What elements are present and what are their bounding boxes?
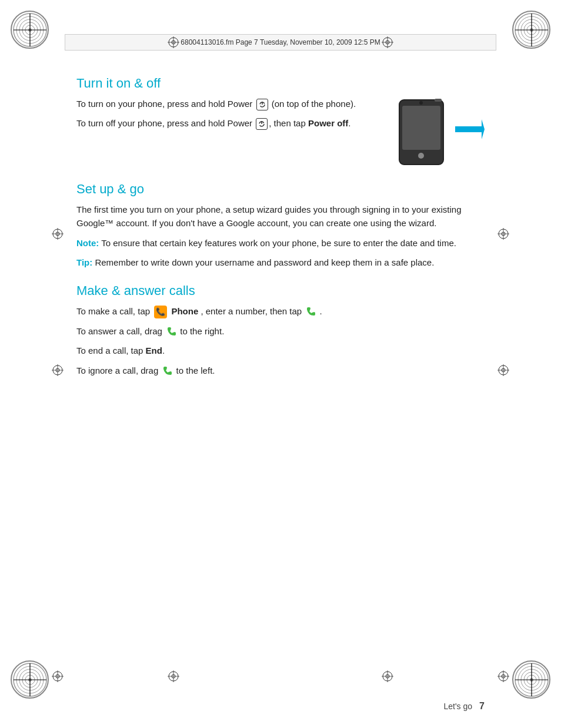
reg-mark-header-left [168,36,179,48]
calls-para2: To answer a call, drag to the right. [76,324,485,338]
phone-image [390,97,485,167]
reg-mark-bottom-right [497,670,509,682]
page-number: 7 [479,701,485,712]
reg-mark-left-lower [52,364,64,376]
calls-para1: To make a call, tap 📞 Phone , enter a nu… [76,304,485,318]
fingerprint-top-right [512,11,550,49]
svg-point-78 [418,153,424,159]
svg-marker-79 [455,119,485,139]
header-bar: 68004113016.fm Page 7 Tuesday, November … [65,34,496,51]
power-off-bold: Power off [308,118,348,128]
end-bold: End [146,345,162,355]
tip-label: Tip: [76,257,92,267]
turn-on-para1: To turn on your phone, press and hold Po… [76,97,379,110]
section-turn-on: Turn it on & off To turn on your phone, … [76,76,485,167]
fingerprint-bottom-left [11,660,49,699]
note-label: Note: [76,238,99,248]
turn-on-para2: To turn off your phone, press and hold P… [76,116,379,130]
turn-on-body: To turn on your phone, press and hold Po… [76,97,485,167]
phone-app-icon: 📞 [154,306,167,318]
calls-heading: Make & answer calls [76,283,485,298]
reg-mark-header-right [382,36,393,48]
reg-mark-bottom-left [52,670,64,682]
svg-rect-77 [402,106,440,150]
section-setup: Set up & go The first time you turn on y… [76,182,485,269]
page-footer: Let's go 7 [76,701,485,712]
reg-mark-left-mid [52,228,64,240]
reg-mark-right-mid [497,228,509,240]
power-icon-1 [256,99,268,110]
calls-para3: To end a call, tap End. [76,344,485,357]
svg-rect-80 [435,99,442,102]
svg-point-81 [419,101,423,105]
answer-icon [166,327,176,337]
tip-text: Remember to write down your username and… [92,257,434,267]
main-content: Turn it on & off To turn on your phone, … [76,62,485,681]
turn-on-heading: Turn it on & off [76,76,485,91]
setup-note: Note: To ensure that certain key feature… [76,236,485,250]
dial-icon [305,307,316,317]
section-calls: Make & answer calls To make a call, tap … [76,283,485,377]
setup-para1: The first time you turn on your phone, a… [76,203,485,230]
turn-on-text-block: To turn on your phone, press and hold Po… [76,97,379,136]
calls-para4: To ignore a call, drag to the left. [76,364,485,377]
phone-svg [390,97,485,167]
footer-lets-go: Let's go [443,702,472,711]
fingerprint-bottom-right [512,660,550,699]
note-text: To ensure that certain key features work… [99,238,456,248]
phone-bold: Phone [171,306,198,316]
ignore-icon [162,366,172,377]
setup-heading: Set up & go [76,182,485,197]
header-text: 68004113016.fm Page 7 Tuesday, November … [181,38,380,46]
setup-tip: Tip: Remember to write down your usernam… [76,256,485,269]
fingerprint-top-left [11,11,49,49]
power-icon-2 [256,118,268,130]
reg-mark-right-lower [497,364,509,376]
